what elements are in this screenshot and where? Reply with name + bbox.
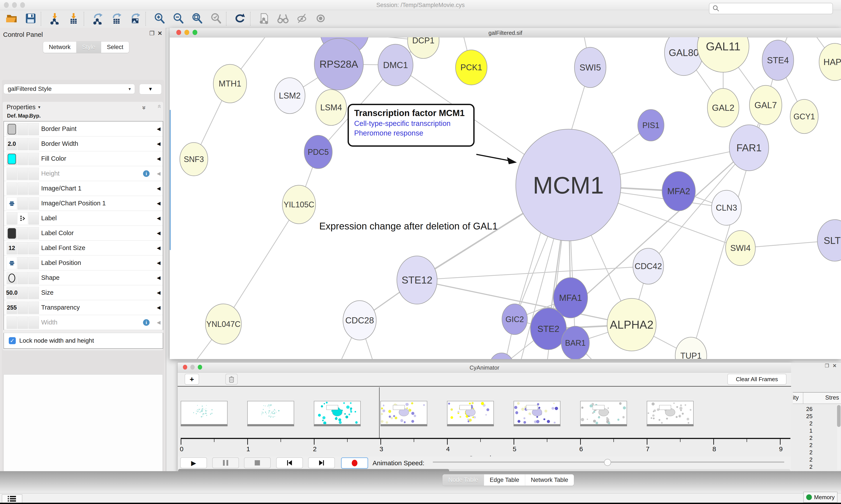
network-node-CLN3[interactable]: CLN3 xyxy=(712,190,741,225)
tab-select[interactable]: Select xyxy=(101,41,129,53)
expand-row-icon[interactable]: ◀ xyxy=(157,260,161,266)
lock-checkbox[interactable]: ✓ xyxy=(9,337,16,344)
network-node-GIC2[interactable]: GIC2 xyxy=(502,304,527,335)
property-row-shape[interactable]: Shape◀ xyxy=(4,270,163,285)
tab-node-table[interactable]: Node Table xyxy=(443,474,484,486)
network-canvas[interactable]: RPS28ADMC1DCP1PCK1MTH1LSM2LSM4SNF3PDC5YI… xyxy=(170,37,841,359)
expand-row-icon[interactable]: ◀ xyxy=(157,171,161,177)
frame-thumbnail-6[interactable] xyxy=(580,401,627,425)
network-node-PCK1[interactable]: PCK1 xyxy=(455,50,487,85)
network-node-ALPHA2[interactable]: ALPHA2 xyxy=(607,299,656,351)
open-folder-icon[interactable] xyxy=(6,12,18,25)
annotation-box[interactable]: Transcription factor MCM1 Cell-type-spec… xyxy=(347,104,475,147)
default-value-cell[interactable]: 255 xyxy=(6,302,17,314)
timeline-playhead[interactable] xyxy=(379,387,379,438)
property-row-border-width[interactable]: 2.0Border Width◀ xyxy=(4,137,163,151)
network-node-SNF3[interactable]: SNF3 xyxy=(180,143,208,176)
stop-button[interactable] xyxy=(244,457,271,468)
property-row-transparency[interactable]: 255Transparency◀ xyxy=(4,300,163,315)
default-value-cell[interactable]: 12 xyxy=(6,242,17,254)
network-node-CDC42[interactable]: CDC42 xyxy=(633,248,664,284)
expand-row-icon[interactable]: ◀ xyxy=(157,230,161,236)
eye-hidden-icon[interactable] xyxy=(296,12,308,25)
network-document-icon[interactable] xyxy=(258,12,270,25)
default-value-cell[interactable] xyxy=(6,152,17,165)
bypass-cell[interactable] xyxy=(29,152,39,165)
import-network-icon[interactable] xyxy=(49,12,61,25)
expand-row-icon[interactable]: ◀ xyxy=(157,186,161,191)
network-node-DMC1[interactable]: DMC1 xyxy=(378,44,413,86)
table-column-headers[interactable]: ity Stres xyxy=(793,392,841,404)
network-node-SWI5[interactable]: SWI5 xyxy=(574,47,606,88)
close-panel-icon[interactable]: ✕ xyxy=(158,30,162,37)
default-value-cell[interactable] xyxy=(6,197,17,210)
network-node-STE4[interactable]: STE4 xyxy=(762,40,794,80)
default-value-cell[interactable] xyxy=(6,227,17,239)
frame-thumbnail-5[interactable] xyxy=(514,401,560,425)
property-row-image-chart-1[interactable]: Image/Chart 1◀ xyxy=(4,181,163,196)
zoom-selected-icon[interactable] xyxy=(210,12,222,25)
style-selector-dropdown[interactable]: galFiltered Style ▾ xyxy=(3,84,135,94)
expand-row-icon[interactable]: ◀ xyxy=(157,290,161,295)
search-input[interactable] xyxy=(709,3,833,14)
network-node-PDC5[interactable]: PDC5 xyxy=(304,135,332,168)
network-node-TUP1[interactable]: TUP1 xyxy=(675,337,707,359)
bypass-cell[interactable] xyxy=(29,302,39,314)
speed-slider-thumb[interactable] xyxy=(604,459,611,466)
network-node-MCM1[interactable]: MCM1 xyxy=(516,129,621,241)
bypass-cell[interactable] xyxy=(29,123,39,135)
zoom-out-icon[interactable] xyxy=(172,12,184,25)
network-node-cutpurple[interactable] xyxy=(489,353,514,359)
frame-thumbnail-4[interactable] xyxy=(447,401,494,425)
default-value-cell[interactable]: 2.0 xyxy=(6,138,17,150)
expand-row-icon[interactable]: ◀ xyxy=(157,215,161,221)
property-row-image-chart-position-1[interactable]: Image/Chart Position 1◀ xyxy=(4,196,163,211)
skip-to-start-button[interactable] xyxy=(276,457,303,468)
add-frame-button[interactable]: + xyxy=(185,374,199,385)
properties-header[interactable]: Properties ▾ » » xyxy=(3,102,163,112)
skip-to-end-button[interactable] xyxy=(308,457,335,468)
network-node-GAL80[interactable]: GAL80 xyxy=(664,37,703,75)
mapping-cell[interactable] xyxy=(18,317,28,329)
mapping-cell[interactable] xyxy=(18,227,28,239)
property-row-size[interactable]: 50.0Size◀ xyxy=(4,285,163,300)
bypass-cell[interactable] xyxy=(29,317,39,329)
default-value-cell[interactable] xyxy=(6,123,17,135)
export-table-icon[interactable] xyxy=(110,12,123,25)
network-node-FAR1[interactable]: FAR1 xyxy=(729,125,769,171)
pause-button[interactable] xyxy=(212,457,239,468)
network-node-HAP2[interactable]: HAP2 xyxy=(819,43,841,80)
network-node-SWI4[interactable]: SWI4 xyxy=(726,231,755,266)
expand-row-icon[interactable]: ◀ xyxy=(157,245,161,251)
mapping-cell[interactable] xyxy=(18,212,28,224)
style-options-button[interactable]: ▼ xyxy=(139,84,162,94)
lock-node-size-row[interactable]: ✓ Lock node width and height xyxy=(3,333,163,349)
property-row-width[interactable]: Widthi◀ xyxy=(4,315,163,330)
frame-thumbnail-0[interactable] xyxy=(181,401,228,425)
task-history-button[interactable] xyxy=(2,494,22,503)
network-node-DCP1[interactable]: DCP1 xyxy=(408,37,439,58)
expand-all-icon[interactable]: » xyxy=(141,106,148,108)
expand-row-icon[interactable]: ◀ xyxy=(157,156,161,162)
network-node-MFA2[interactable]: MFA2 xyxy=(662,172,695,211)
expand-row-icon[interactable]: ◀ xyxy=(157,305,161,310)
memory-status-button[interactable]: Memory xyxy=(803,492,838,503)
property-row-border-paint[interactable]: Border Paint◀ xyxy=(4,122,163,137)
bypass-cell[interactable] xyxy=(29,257,39,269)
export-image-icon[interactable] xyxy=(129,12,142,25)
column-divider[interactable] xyxy=(803,393,803,403)
default-value-cell[interactable] xyxy=(6,257,17,269)
export-network-icon[interactable] xyxy=(92,12,104,25)
network-node-GCY1[interactable]: GCY1 xyxy=(790,100,818,133)
column-header[interactable]: ity xyxy=(793,394,799,401)
mapping-cell[interactable] xyxy=(18,152,28,165)
mapping-cell[interactable] xyxy=(18,242,28,254)
info-icon[interactable]: i xyxy=(143,170,149,177)
network-node-YIL105C[interactable]: YIL105C xyxy=(282,185,316,224)
zoom-in-icon[interactable] xyxy=(153,12,165,25)
animation-timeline[interactable]: Seconds 0123456789 xyxy=(178,386,791,456)
network-window-titlebar[interactable]: galFiltered.sif xyxy=(170,28,841,37)
frame-thumbnail-2[interactable] xyxy=(314,401,361,425)
network-node-STE2[interactable]: STE2 xyxy=(531,308,566,350)
frame-thumbnail-7[interactable] xyxy=(647,401,694,425)
